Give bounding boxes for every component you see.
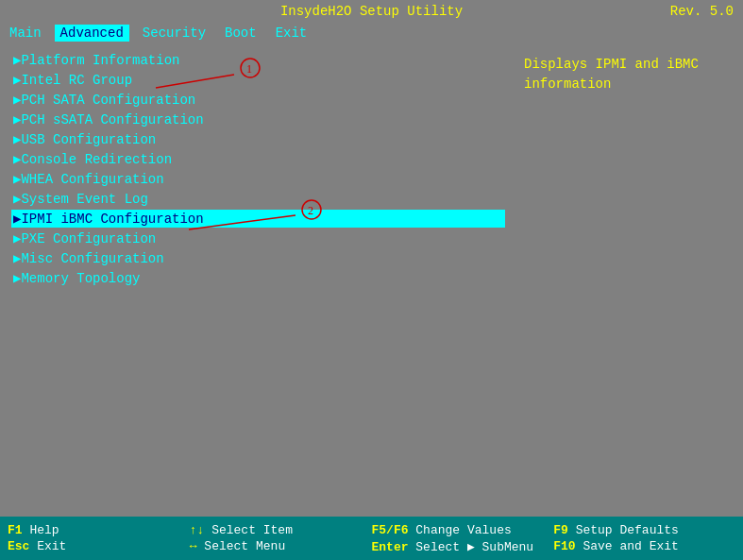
status-col-0: F1 HelpEsc Exit	[8, 518, 190, 558]
right-panel-line2: information	[524, 76, 611, 92]
status-item-0-1: Esc Exit	[8, 539, 190, 553]
status-key-0-0: F1	[8, 523, 23, 537]
status-key-3-0: F9	[553, 523, 568, 537]
menu-entry-7[interactable]: ▶System Event Log	[11, 190, 505, 208]
status-key-1-0: ↑↓	[190, 523, 205, 537]
status-desc-1-0: Select Item	[204, 523, 293, 537]
main-content: ▶Platform Information▶Intel RC Group▶PCH…	[0, 43, 743, 517]
rev-label: Rev. 5.0	[670, 4, 734, 19]
menu-item-exit[interactable]: Exit	[270, 25, 313, 42]
status-item-1-0: ↑↓ Select Item	[190, 523, 372, 537]
status-col-2: F5/F6 Change ValuesEnter Select ▶ SubMen…	[372, 518, 554, 558]
menu-entry-1[interactable]: ▶Intel RC Group	[11, 71, 505, 89]
status-col-1: ↑↓ Select Item↔ Select Menu	[190, 518, 372, 558]
status-col-3: F9 Setup DefaultsF10 Save and Exit	[553, 518, 735, 558]
status-desc-1-1: Select Menu	[197, 539, 286, 553]
menu-item-boot[interactable]: Boot	[219, 25, 262, 42]
menu-entry-0[interactable]: ▶Platform Information	[11, 51, 505, 69]
right-panel: Displays IPMI and iBMC information	[513, 47, 739, 513]
status-key-1-1: ↔	[190, 539, 197, 553]
menu-bar: MainAdvancedSecurityBootExit	[0, 23, 743, 43]
menu-entry-2[interactable]: ▶PCH SATA Configuration	[11, 91, 505, 109]
menu-entry-5[interactable]: ▶Console Redirection	[11, 150, 505, 168]
status-key-2-0: F5/F6	[372, 523, 409, 537]
status-desc-2-0: Change Values	[409, 523, 512, 537]
menu-item-security[interactable]: Security	[137, 25, 211, 42]
menu-entry-10[interactable]: ▶Misc Configuration	[11, 249, 505, 267]
status-item-3-1: F10 Save and Exit	[553, 539, 735, 553]
status-item-1-1: ↔ Select Menu	[190, 539, 372, 553]
right-panel-line1: Displays IPMI and iBMC	[524, 57, 699, 72]
status-desc-3-1: Save and Exit	[576, 539, 679, 553]
status-item-2-1: Enter Select ▶ SubMenu	[372, 539, 554, 554]
menu-entry-9[interactable]: ▶PXE Configuration	[11, 229, 505, 247]
menu-entry-3[interactable]: ▶PCH sSATA Configuration	[11, 110, 505, 128]
menu-entry-4[interactable]: ▶USB Configuration	[11, 130, 505, 148]
status-item-0-0: F1 Help	[8, 523, 190, 537]
left-panel: ▶Platform Information▶Intel RC Group▶PCH…	[4, 47, 513, 513]
status-key-2-1: Enter	[372, 540, 409, 554]
status-desc-0-0: Help	[23, 523, 59, 537]
status-desc-0-1: Exit	[29, 539, 66, 553]
menu-item-advanced[interactable]: Advanced	[55, 25, 129, 42]
menu-item-main[interactable]: Main	[4, 25, 47, 42]
menu-entry-8[interactable]: ▶IPMI iBMC Configuration	[11, 210, 505, 228]
title-bar: InsydeH2O Setup Utility Rev. 5.0	[0, 0, 743, 23]
status-key-3-1: F10	[553, 539, 575, 553]
menu-entry-11[interactable]: ▶Memory Topology	[11, 269, 505, 287]
status-item-2-0: F5/F6 Change Values	[372, 523, 554, 537]
status-desc-3-0: Setup Defaults	[568, 523, 679, 537]
status-bar: F1 HelpEsc Exit↑↓ Select Item↔ Select Me…	[0, 517, 743, 560]
status-desc-2-1: Select ▶ SubMenu	[409, 540, 534, 554]
status-key-0-1: Esc	[8, 539, 29, 553]
status-item-3-0: F9 Setup Defaults	[553, 523, 735, 537]
menu-entry-6[interactable]: ▶WHEA Configuration	[11, 170, 505, 188]
app-title: InsydeH2O Setup Utility	[280, 4, 463, 19]
